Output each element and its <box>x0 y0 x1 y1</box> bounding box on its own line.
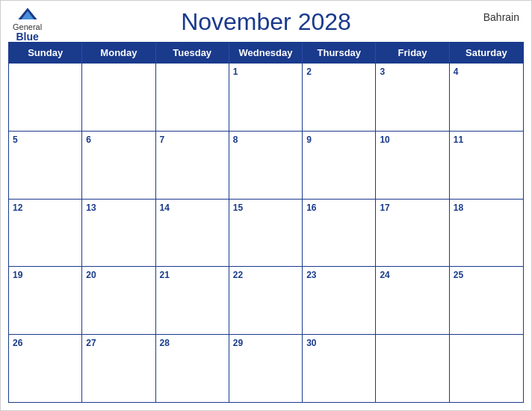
day-number: 8 <box>233 134 238 146</box>
day-cell: 24 <box>376 267 449 334</box>
day-headers-row: SundayMondayTuesdayWednesdayThursdayFrid… <box>9 43 523 63</box>
day-cell: 16 <box>303 200 376 267</box>
day-cell: 5 <box>9 132 82 199</box>
day-number: 29 <box>233 337 243 350</box>
day-cell: 30 <box>303 335 376 402</box>
day-number: 26 <box>13 337 22 350</box>
day-number: 1 <box>233 66 238 78</box>
day-cell: 7 <box>156 132 229 199</box>
day-cell <box>156 64 229 131</box>
day-cell: 21 <box>156 267 229 334</box>
day-cell <box>450 335 523 402</box>
day-cell: 26 <box>9 335 82 402</box>
day-number: 4 <box>454 66 459 78</box>
day-cell: 19 <box>9 267 82 334</box>
day-number: 18 <box>454 202 463 214</box>
day-cell: 27 <box>82 335 155 402</box>
day-cell: 10 <box>376 132 449 199</box>
week-row-1: 1234 <box>9 63 523 131</box>
day-number: 24 <box>380 269 389 282</box>
day-number: 16 <box>306 202 316 214</box>
day-number: 10 <box>380 134 389 146</box>
week-row-3: 12131415161718 <box>9 199 523 267</box>
day-number: 27 <box>86 337 96 350</box>
day-cell: 4 <box>450 64 523 131</box>
day-number: 30 <box>306 337 316 350</box>
day-number: 2 <box>306 66 312 78</box>
day-number: 22 <box>233 269 243 282</box>
month-title: November 2028 <box>181 8 351 36</box>
day-number: 23 <box>306 269 316 282</box>
day-header-monday: Monday <box>82 43 155 63</box>
weeks-container: 1234567891011121314151617181920212223242… <box>9 63 523 402</box>
day-cell: 20 <box>82 267 155 334</box>
day-header-wednesday: Wednesday <box>229 43 303 63</box>
day-cell: 15 <box>229 200 303 267</box>
day-number: 11 <box>454 134 463 146</box>
calendar-container: General Blue November 2028 Bahrain Sunda… <box>0 0 532 411</box>
day-number: 3 <box>380 66 385 78</box>
week-row-2: 567891011 <box>9 131 523 199</box>
logo-icon <box>17 7 38 22</box>
day-header-friday: Friday <box>376 43 449 63</box>
calendar-header: General Blue November 2028 Bahrain <box>1 1 531 39</box>
day-number: 9 <box>306 134 312 146</box>
day-number: 6 <box>86 134 91 146</box>
day-cell: 6 <box>82 132 155 199</box>
day-cell: 29 <box>229 335 303 402</box>
week-row-4: 19202122232425 <box>9 266 523 334</box>
day-cell: 9 <box>303 132 376 199</box>
day-number: 14 <box>160 202 170 214</box>
day-number: 20 <box>86 269 96 282</box>
day-cell: 11 <box>450 132 523 199</box>
day-cell <box>9 64 82 131</box>
day-cell: 1 <box>229 64 303 131</box>
day-cell: 25 <box>450 267 523 334</box>
logo: General Blue <box>13 7 42 43</box>
day-cell: 8 <box>229 132 303 199</box>
day-number: 7 <box>160 134 165 146</box>
day-number: 15 <box>233 202 243 214</box>
day-cell: 14 <box>156 200 229 267</box>
day-cell: 3 <box>376 64 449 131</box>
day-cell: 17 <box>376 200 449 267</box>
day-cell: 23 <box>303 267 376 334</box>
country-label: Bahrain <box>483 11 519 23</box>
day-cell: 2 <box>303 64 376 131</box>
day-cell <box>376 335 449 402</box>
day-header-sunday: Sunday <box>9 43 82 63</box>
logo-blue-text: Blue <box>16 31 38 43</box>
day-number: 21 <box>160 269 170 282</box>
day-header-saturday: Saturday <box>450 43 523 63</box>
day-header-tuesday: Tuesday <box>156 43 229 63</box>
day-number: 25 <box>454 269 463 282</box>
week-row-5: 2627282930 <box>9 334 523 402</box>
day-number: 17 <box>380 202 389 214</box>
day-cell <box>82 64 155 131</box>
day-cell: 22 <box>229 267 303 334</box>
day-number: 12 <box>13 202 22 214</box>
day-header-thursday: Thursday <box>303 43 376 63</box>
day-cell: 28 <box>156 335 229 402</box>
day-number: 5 <box>13 134 18 146</box>
day-cell: 12 <box>9 200 82 267</box>
day-cell: 13 <box>82 200 155 267</box>
day-cell: 18 <box>450 200 523 267</box>
day-number: 28 <box>160 337 170 350</box>
day-number: 13 <box>86 202 96 214</box>
calendar-grid: SundayMondayTuesdayWednesdayThursdayFrid… <box>8 42 524 403</box>
day-number: 19 <box>13 269 22 282</box>
